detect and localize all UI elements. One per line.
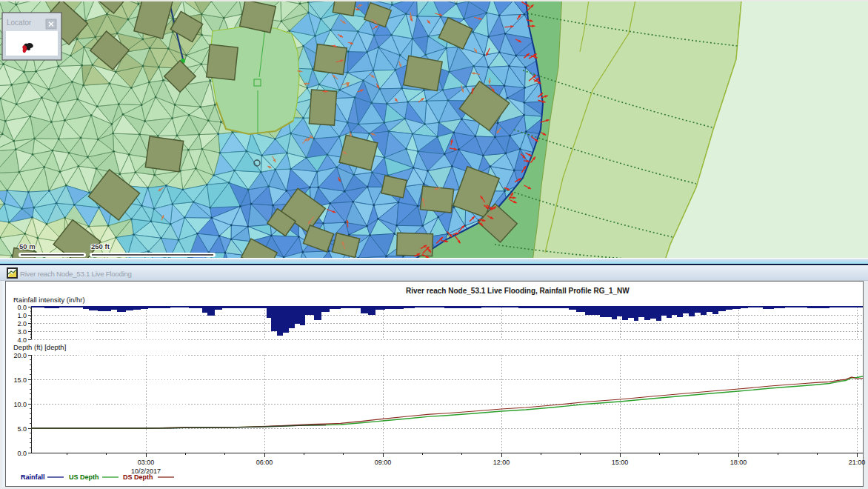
svg-text:Rainfall intensity (in/hr): Rainfall intensity (in/hr) — [13, 296, 85, 304]
svg-text:0.0: 0.0 — [17, 450, 27, 457]
svg-text:3.0: 3.0 — [17, 328, 27, 336]
svg-text:06:00: 06:00 — [256, 459, 273, 466]
svg-text:250 ft: 250 ft — [91, 242, 110, 250]
svg-text:10.0: 10.0 — [13, 401, 27, 408]
svg-text:Depth (ft) [depth]: Depth (ft) [depth] — [13, 343, 66, 351]
svg-text:Locator: Locator — [7, 19, 32, 27]
svg-text:12:00: 12:00 — [493, 459, 510, 466]
svg-text:20.0: 20.0 — [13, 352, 27, 359]
svg-text:03:00: 03:00 — [138, 459, 155, 466]
svg-text:5.0: 5.0 — [17, 425, 27, 433]
svg-text:US Depth: US Depth — [69, 473, 99, 481]
svg-text:4.0: 4.0 — [17, 336, 27, 344]
svg-text:0.0: 0.0 — [17, 304, 27, 311]
svg-text:50 m: 50 m — [19, 242, 36, 250]
svg-text:DS Depth: DS Depth — [123, 473, 153, 481]
svg-text:1.0: 1.0 — [17, 312, 27, 319]
svg-text:18:00: 18:00 — [730, 459, 747, 466]
svg-text:15:00: 15:00 — [612, 459, 629, 466]
svg-text:River reach Node_53.1 Live Flo: River reach Node_53.1 Live Flooding — [20, 270, 132, 278]
svg-text:09:00: 09:00 — [375, 459, 392, 466]
svg-text:2.0: 2.0 — [17, 320, 27, 327]
svg-text:21:00: 21:00 — [849, 459, 866, 466]
svg-text:Rainfall: Rainfall — [21, 473, 45, 481]
svg-text:15.0: 15.0 — [13, 376, 27, 384]
svg-text:River reach Node_53.1 Live Flo: River reach Node_53.1 Live Flooding, Rai… — [406, 287, 630, 295]
